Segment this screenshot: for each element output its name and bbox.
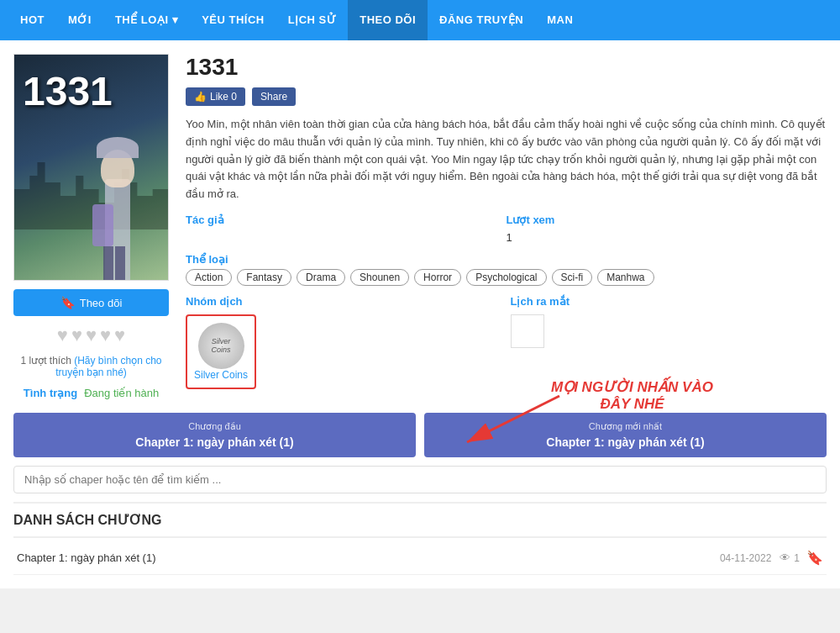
annotation-text: MỌI NGƯỜI NHẤN VÀOĐÂY NHÉ xyxy=(551,379,713,414)
facebook-like-button[interactable]: 👍 Like 0 xyxy=(186,87,245,106)
release-box-wrapper xyxy=(511,314,827,348)
star-3[interactable]: ♥ xyxy=(86,324,97,346)
translator-box-wrapper: SilverCoins Silver Coins xyxy=(186,314,502,389)
release-section: Lịch ra mắt xyxy=(511,294,827,389)
nav-moi[interactable]: MỚI xyxy=(56,0,103,40)
star-1[interactable]: ♥ xyxy=(57,324,68,346)
social-buttons: 👍 Like 0 Share xyxy=(186,87,827,106)
chapter-title-link[interactable]: Chapter 1: ngày phán xét (1) xyxy=(17,551,720,564)
nav-lich-su[interactable]: LỊCH SỬ xyxy=(276,0,349,40)
manga-cover-image: 1331 xyxy=(13,54,169,281)
translator-label: Nhóm dịch xyxy=(186,295,243,308)
author-meta: Tác giả xyxy=(186,214,507,244)
genre-label: Thể loại xyxy=(186,253,228,266)
nav-dang-truyen[interactable]: ĐĂNG TRUYỆN xyxy=(428,0,535,40)
rating-stars: ♥ ♥ ♥ ♥ ♥ xyxy=(57,324,125,346)
nav-theo-doi[interactable]: THEO DÕI xyxy=(348,0,428,40)
bookmark-icon: 🔖 xyxy=(60,296,75,309)
translator-release-section: Nhóm dịch SilverCoins Silver Coins Lịch … xyxy=(186,294,827,389)
manga-meta-grid: Tác giả Lượt xem 1 xyxy=(186,214,827,244)
chapter-list-item: Chapter 1: ngày phán xét (1) 04-11-2022 … xyxy=(13,541,827,575)
views-meta: Lượt xem 1 xyxy=(507,214,827,244)
chapter-date: 04-11-2022 xyxy=(720,552,771,564)
chapter-views: 1 xyxy=(794,552,800,564)
tag-scifi[interactable]: Sci-fi xyxy=(552,269,593,286)
navbar: HOT MỚI THỂ LOẠI ▾ YÊU THÍCH LỊCH SỬ THE… xyxy=(0,0,840,40)
rating-text: 1 lượt thích (Hãy bình chọn cho truyện b… xyxy=(13,355,169,378)
translator-logo: SilverCoins xyxy=(198,323,244,369)
tag-action[interactable]: Action xyxy=(186,269,232,286)
genre-tags: Action Fantasy Drama Shounen Horror Psyc… xyxy=(186,269,827,286)
status-row: Tình trạng Đang tiến hành xyxy=(24,387,159,399)
manga-title: 1331 xyxy=(186,54,827,81)
manga-info: 1331 👍 Like 0 Share Yoo Min, một nhân vi… xyxy=(186,54,827,399)
status-label: Tình trạng xyxy=(24,387,77,399)
nav-man[interactable]: MAN xyxy=(535,0,585,40)
facebook-share-button[interactable]: Share xyxy=(252,87,296,106)
tag-psychological[interactable]: Psychological xyxy=(466,269,546,286)
rating-cta-link[interactable]: (Hãy bình chọn cho truyện bạn nhé) xyxy=(55,355,161,378)
chapter-list-header: DANH SÁCH CHƯƠNG xyxy=(13,502,827,538)
genre-section: Thể loại Action Fantasy Drama Shounen Ho… xyxy=(186,252,827,286)
translator-name[interactable]: Silver Coins xyxy=(194,369,248,381)
tag-manhwa[interactable]: Manhwa xyxy=(597,269,654,286)
nav-hot[interactable]: HOT xyxy=(8,0,56,40)
author-label: Tác giả xyxy=(186,214,507,226)
release-date-box xyxy=(511,314,544,348)
star-5[interactable]: ♥ xyxy=(114,324,125,346)
views-value: 1 xyxy=(507,231,827,244)
cover-title-text: 1331 xyxy=(23,71,113,112)
chapter-bookmark-icon[interactable]: 🔖 xyxy=(806,550,823,566)
chevron-down-icon: ▾ xyxy=(172,13,179,26)
follow-button[interactable]: 🔖 Theo dõi xyxy=(13,289,169,316)
views-label: Lượt xem xyxy=(507,214,827,226)
manga-header: 1331 🔖 Theo dõi xyxy=(13,54,827,399)
first-chapter-button[interactable]: Chương đầu Chapter 1: ngày phán xét (1) xyxy=(13,413,416,457)
star-2[interactable]: ♥ xyxy=(71,324,82,346)
status-value: Đang tiến hành xyxy=(84,387,159,399)
translator-box: SilverCoins Silver Coins xyxy=(186,314,256,389)
manga-cover-column: 1331 🔖 Theo dõi xyxy=(13,54,169,399)
translator-section: Nhóm dịch SilverCoins Silver Coins xyxy=(186,294,502,389)
release-label: Lịch ra mắt xyxy=(511,295,570,308)
tag-shounen[interactable]: Shounen xyxy=(350,269,409,286)
nav-yeu-thich[interactable]: YÊU THÍCH xyxy=(190,0,276,40)
chapter-search-input[interactable] xyxy=(13,466,827,493)
nav-the-loai[interactable]: THỂ LOẠI ▾ xyxy=(103,0,190,40)
star-4[interactable]: ♥ xyxy=(100,324,111,346)
tag-horror[interactable]: Horror xyxy=(414,269,461,286)
thumbs-up-icon: 👍 xyxy=(194,91,207,103)
manga-description: Yoo Min, một nhân viên toàn thời gian củ… xyxy=(186,116,827,203)
tag-fantasy[interactable]: Fantasy xyxy=(237,269,291,286)
main-container: 1331 🔖 Theo dõi xyxy=(0,40,840,588)
tag-drama[interactable]: Drama xyxy=(297,269,345,286)
svg-line-1 xyxy=(467,396,559,442)
eye-icon: 👁 xyxy=(780,551,790,564)
